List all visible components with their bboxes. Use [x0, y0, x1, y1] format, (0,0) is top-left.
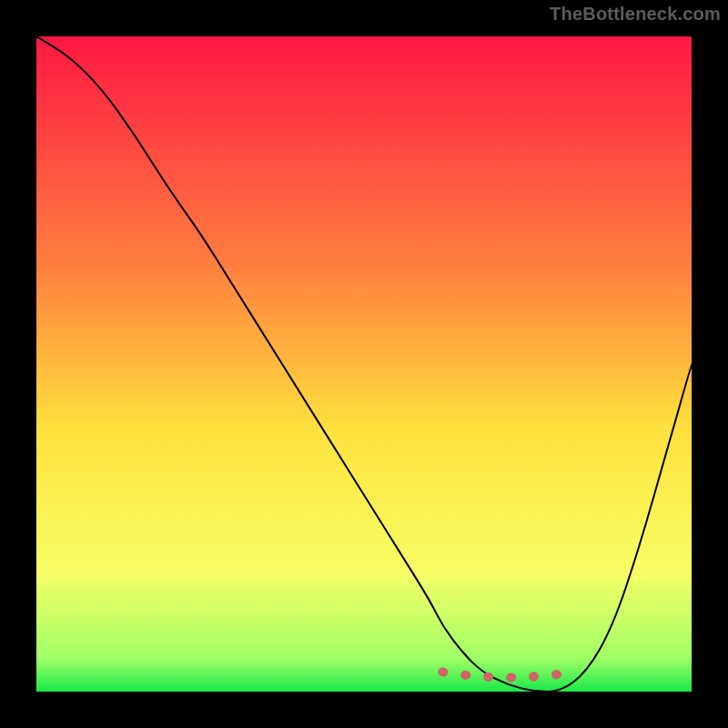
chart-viewport — [36, 36, 692, 692]
chart-frame: TheBottleneck.com — [0, 0, 728, 728]
watermark-text: TheBottleneck.com — [550, 4, 721, 25]
chart-svg — [36, 36, 692, 692]
